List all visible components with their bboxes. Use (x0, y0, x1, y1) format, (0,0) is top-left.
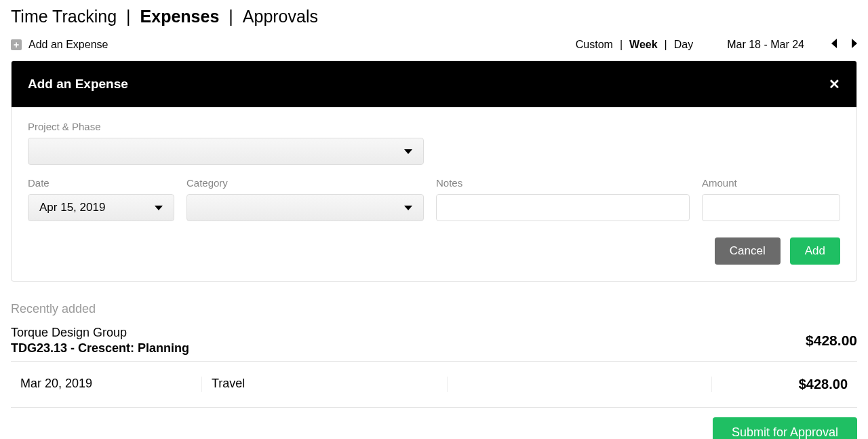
add-expense-link[interactable]: + Add an Expense (11, 39, 108, 51)
add-expense-panel: Add an Expense ✕ Project & Phase Date Ap… (11, 60, 857, 282)
submit-for-approval-button[interactable]: Submit for Approval (713, 417, 857, 439)
notes-field-col: Notes (436, 177, 690, 221)
project-name: TDG23.13 - Crescent: Planning (11, 341, 189, 356)
notes-input[interactable] (436, 194, 690, 221)
range-divider: | (620, 39, 623, 51)
nav-divider: | (229, 7, 233, 26)
plus-icon: + (11, 39, 22, 50)
svg-marker-1 (852, 39, 857, 48)
project-phase-label: Project & Phase (28, 121, 840, 132)
chevron-down-icon (404, 149, 412, 154)
category-select[interactable] (186, 194, 424, 221)
panel-header: Add an Expense ✕ (12, 61, 856, 107)
amount-input[interactable] (702, 194, 840, 221)
project-phase-select[interactable] (28, 138, 424, 165)
chevron-down-icon (155, 206, 163, 210)
range-week[interactable]: Week (629, 39, 658, 51)
panel-title: Add an Expense (28, 77, 128, 92)
expense-row[interactable]: Mar 20, 2019 Travel $428.00 (11, 362, 857, 408)
expense-group-header: Torque Design Group TDG23.13 - Crescent:… (11, 326, 857, 356)
group-total: $428.00 (806, 332, 857, 349)
add-expense-label: Add an Expense (28, 39, 108, 51)
range-divider: | (665, 39, 667, 51)
client-name: Torque Design Group (11, 326, 189, 340)
expense-category: Travel (202, 377, 448, 392)
category-label: Category (186, 177, 424, 189)
category-field-col: Category (186, 177, 424, 221)
cancel-button[interactable]: Cancel (715, 237, 781, 265)
subbar: + Add an Expense Custom | Week | Day Mar… (11, 39, 857, 51)
svg-marker-0 (831, 39, 837, 48)
add-button[interactable]: Add (790, 237, 840, 265)
date-nav-arrows (831, 39, 857, 51)
tab-expenses[interactable]: Expenses (140, 7, 220, 26)
tab-time-tracking[interactable]: Time Tracking (11, 7, 117, 26)
project-phase-field: Project & Phase (28, 121, 840, 165)
prev-arrow-icon[interactable] (831, 39, 838, 51)
form-row: Date Apr 15, 2019 Category Notes Amount (28, 177, 840, 221)
range-day[interactable]: Day (674, 39, 693, 51)
amount-label: Amount (702, 177, 840, 189)
panel-body: Project & Phase Date Apr 15, 2019 Catego… (12, 107, 856, 281)
expense-amount: $428.00 (712, 377, 848, 392)
amount-field-col: Amount (702, 177, 840, 221)
range-controls: Custom | Week | Day Mar 18 - Mar 24 (576, 39, 857, 51)
expense-date: Mar 20, 2019 (20, 377, 202, 392)
recently-added-label: Recently added (11, 302, 857, 316)
date-select[interactable]: Apr 15, 2019 (28, 194, 174, 221)
submit-row: Submit for Approval (11, 417, 857, 439)
date-range: Mar 18 - Mar 24 (727, 39, 804, 51)
chevron-down-icon (404, 206, 412, 210)
date-value: Apr 15, 2019 (39, 201, 105, 214)
expense-notes (448, 377, 712, 392)
notes-label: Notes (436, 177, 690, 189)
close-icon[interactable]: ✕ (829, 76, 840, 92)
next-arrow-icon[interactable] (850, 39, 857, 51)
date-field-col: Date Apr 15, 2019 (28, 177, 174, 221)
nav-divider: | (126, 7, 131, 26)
date-label: Date (28, 177, 174, 189)
tab-approvals[interactable]: Approvals (243, 7, 318, 26)
form-buttons: Cancel Add (28, 237, 840, 265)
range-custom[interactable]: Custom (576, 39, 613, 51)
top-nav: Time Tracking | Expenses | Approvals (11, 7, 857, 26)
